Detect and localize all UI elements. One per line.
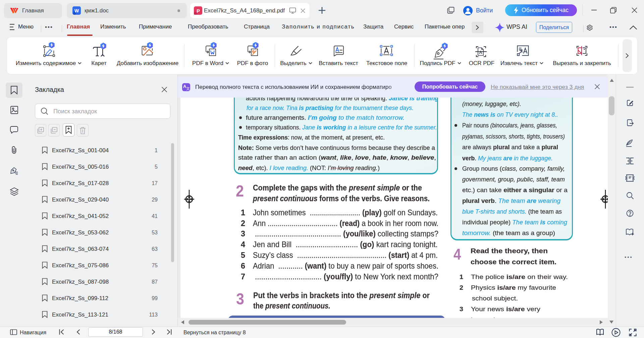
svg-text:P: P xyxy=(197,8,200,14)
svg-text:W: W xyxy=(74,8,79,13)
